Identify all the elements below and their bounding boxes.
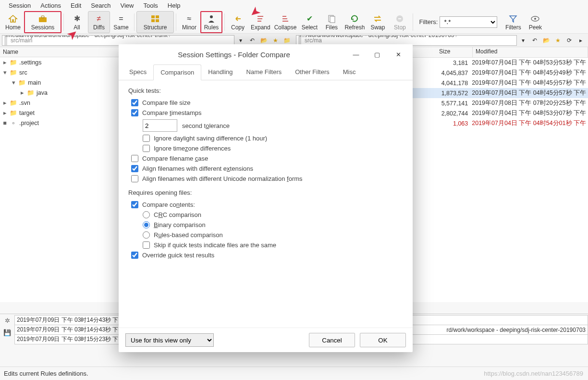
tree-item-target[interactable]: ▸📁target [0,108,119,118]
home-button[interactable]: Home [2,11,24,33]
collapse-button[interactable]: Collapse [272,11,299,33]
rules-button[interactable]: Rules [200,11,222,33]
row-modified: 2019年07月04日 下午 04时45分49秒 下午 [472,69,586,77]
compare-timestamps-checkbox[interactable] [131,109,138,116]
override-quick-checkbox[interactable] [131,252,138,259]
skip-quick-checkbox[interactable] [143,241,150,249]
crc-radio[interactable] [143,211,150,218]
ignore-dst-checkbox[interactable] [143,135,150,142]
skip-quick-label: Skip if quick tests indicate files are t… [154,241,276,249]
tab-misc[interactable]: Misc [336,64,363,80]
tree-item-label: java [37,89,48,96]
binary-radio[interactable] [143,221,150,228]
dialog-tabs: SpecsComparisonHandlingName FiltersOther… [119,64,413,80]
collapse-label: Collapse [274,24,297,31]
menu-actions[interactable]: Actions [36,2,66,9]
cancel-button[interactable]: Cancel [309,333,355,347]
gear-icon[interactable]: ✲ [5,317,10,324]
left-header-name[interactable]: Name [0,47,119,57]
compare-case-checkbox[interactable] [131,155,138,162]
compare-size-checkbox[interactable] [131,99,138,106]
tolerance-input[interactable] [143,119,177,132]
tree-item-.project[interactable]: ■▫.project [0,118,119,128]
row-modified: 2019年07月04日 下午 04时54分01秒 下午 [472,119,586,127]
align-ext-checkbox[interactable] [131,165,138,172]
right-path-dropdown[interactable]: ▾ [518,35,528,46]
tree-item-java[interactable]: ▸📁java [0,88,119,98]
override-quick-label: Override quick test results [142,252,214,259]
tree-item-main[interactable]: ▾📁main [0,77,119,88]
ignore-tz-checkbox[interactable] [143,145,150,152]
align-unicode-checkbox[interactable] [131,175,138,182]
col-modified[interactable]: Modified [473,47,588,57]
filters-btn-label: Filters [505,24,521,31]
compare-timestamps-label: Compare timestamps [142,109,202,116]
files-button[interactable]: Files [320,11,343,33]
sessions-button[interactable]: Sessions [24,11,61,33]
svg-rect-10 [398,18,401,19]
expand-toggle[interactable]: ▸ [2,99,8,106]
peek-button[interactable]: Peek [524,11,546,33]
compare-contents-checkbox[interactable] [131,201,138,208]
minimize-button[interactable]: — [345,47,367,62]
main-toolbar: Home Sessions ✱ All ≠ Diffs = Same Struc… [0,11,588,34]
all-button[interactable]: ✱ All [66,11,88,33]
close-button[interactable]: ✕ [388,47,409,62]
swap-button[interactable]: Swap [367,11,389,33]
menu-search[interactable]: Search [86,2,115,9]
same-button[interactable]: = Same [110,11,132,33]
binary-label: Binary comparison [154,221,206,228]
expand-toggle[interactable]: ▸ [2,109,8,116]
maximize-button[interactable]: ▢ [367,47,388,62]
right-refresh-icon[interactable]: ⟳ [564,35,575,46]
menu-view[interactable]: View [116,2,139,9]
refresh-label: Refresh [344,24,365,31]
select-button[interactable]: ✔ Select [298,11,320,33]
refresh-button[interactable]: Refresh [343,11,367,33]
save-icon[interactable]: 💾 [3,329,11,336]
right-open-icon[interactable]: 📂 [541,35,551,46]
eye-icon [530,13,540,24]
view-scope-select[interactable]: Use for this view only [125,333,214,347]
menu-help[interactable]: Help [163,2,185,9]
tree-item-.settings[interactable]: ▸📁.settings [0,57,119,67]
menu-tools[interactable]: Tools [138,2,162,9]
tab-other-filters[interactable]: Other Filters [288,64,336,80]
structure-button[interactable]: Structure [136,11,174,33]
minor-button[interactable]: ≈ Minor [178,11,200,33]
filters-select[interactable]: *.* [440,16,497,28]
structure-icon [150,13,160,24]
filters-box: Filters: *.* [419,16,497,28]
requires-opening-label: Requires opening files: [128,189,403,196]
tab-comparison[interactable]: Comparison [153,64,201,80]
tree-item-src[interactable]: ▾📁src [0,67,119,77]
row-modified: 2019年07月04日 下午 04时53分07秒 下午 [472,109,586,117]
all-label: All [74,24,80,31]
ok-button[interactable]: OK [360,333,406,347]
right-undo-icon[interactable]: ↶ [529,35,540,46]
expand-toggle[interactable]: ▾ [11,79,16,86]
expand-toggle[interactable]: ■ [2,120,8,127]
col-size[interactable]: Size [436,47,473,57]
diffs-label: Diffs [93,24,105,31]
menu-session[interactable]: Session [4,2,36,9]
copy-button[interactable]: Copy [227,11,249,33]
tree-item-.svn[interactable]: ▸📁.svn [0,98,119,108]
stop-button[interactable]: Stop [389,11,411,33]
rules-based-radio[interactable] [143,231,150,239]
expand-toggle[interactable]: ▾ [2,69,8,76]
diffs-button[interactable]: ≠ Diffs [88,11,110,33]
right-nav-icon[interactable]: ▸ [576,35,586,46]
menu-edit[interactable]: Edit [66,2,86,9]
right-star-icon[interactable]: ★ [552,35,563,46]
filters-button[interactable]: Filters [502,11,524,33]
tab-specs[interactable]: Specs [122,64,153,80]
expand-toggle[interactable]: ▸ [2,59,8,66]
tab-handling[interactable]: Handling [201,64,239,80]
tab-name-filters[interactable]: Name Filters [240,64,289,80]
expand-toggle[interactable]: ▸ [19,89,25,96]
file-icon: ▫ [10,120,17,127]
tree-item-label: .settings [19,59,42,66]
expand-button[interactable]: Expand [249,11,272,33]
svg-rect-4 [156,15,159,18]
